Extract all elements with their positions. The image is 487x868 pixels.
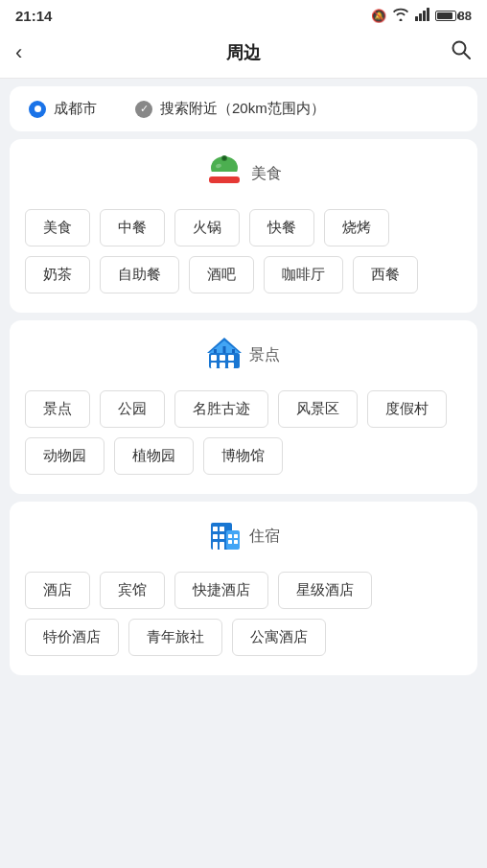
tag-scenic-5[interactable]: 动物园 [25,437,104,475]
tag-scenic-0[interactable]: 景点 [25,390,90,428]
check-icon: ✓ [135,101,152,118]
city-location[interactable]: 成都市 [29,100,97,118]
svg-rect-23 [232,349,235,353]
scenic-icon [207,336,242,375]
nearby-label: 搜索附近（20km范围内） [160,100,325,118]
silent-icon: 🔕 [371,9,386,23]
section-scenic: 景点景点公园名胜古迹风景区度假村动物园植物园博物馆 [10,320,477,494]
tag-food-7[interactable]: 酒吧 [189,256,254,293]
food-icon [205,154,244,194]
location-bar: 成都市 ✓ 搜索附近（20km范围内） [10,86,477,131]
tags-grid-scenic: 景点公园名胜古迹风景区度假村动物园植物园博物馆 [25,390,462,475]
tag-food-8[interactable]: 咖啡厅 [264,256,343,293]
svg-rect-16 [211,363,217,368]
tag-scenic-1[interactable]: 公园 [100,390,165,428]
nearby-filter[interactable]: ✓ 搜索附近（20km范围内） [135,100,325,118]
tag-scenic-2[interactable]: 名胜古迹 [174,390,268,428]
tag-food-5[interactable]: 奶茶 [25,256,90,293]
search-button[interactable] [433,39,472,66]
tag-food-3[interactable]: 快餐 [249,209,314,246]
back-button[interactable]: ‹ [15,40,54,65]
tag-food-2[interactable]: 火锅 [174,209,240,246]
svg-rect-0 [415,16,418,21]
tag-hotel-2[interactable]: 快捷酒店 [174,572,268,609]
status-time: 21:14 [15,8,52,24]
svg-rect-28 [220,534,224,539]
hotel-icon [207,517,242,556]
section-title-hotel: 住宿 [249,527,280,547]
status-bar: 21:14 🔕 88 [0,0,487,30]
svg-rect-26 [220,527,224,531]
tag-scenic-7[interactable]: 博物馆 [203,437,283,475]
section-header-food: 美食 [25,154,462,194]
section-title-scenic: 景点 [249,345,280,365]
location-pin-icon [29,101,46,118]
svg-rect-29 [213,542,218,550]
svg-line-5 [464,53,470,59]
svg-rect-34 [228,540,232,544]
svg-rect-15 [228,355,234,361]
signal-icon [415,8,429,24]
svg-rect-1 [419,13,422,21]
svg-rect-8 [209,176,240,183]
tag-hotel-1[interactable]: 宾馆 [100,572,165,609]
page-title: 周边 [226,41,261,64]
svg-rect-2 [423,11,426,21]
svg-rect-33 [234,534,238,538]
tag-food-4[interactable]: 烧烤 [324,209,389,246]
tag-scenic-6[interactable]: 植物园 [114,437,194,475]
tag-hotel-5[interactable]: 青年旅社 [128,619,222,656]
tag-food-0[interactable]: 美食 [25,209,90,246]
svg-rect-21 [214,349,217,353]
svg-rect-22 [223,346,226,353]
wifi-icon [392,8,409,24]
svg-rect-14 [220,355,225,361]
tag-hotel-3[interactable]: 星级酒店 [278,572,372,609]
svg-rect-32 [228,534,232,538]
section-food: 美食美食中餐火锅快餐烧烤奶茶自助餐酒吧咖啡厅西餐 [10,139,477,313]
battery-indicator: 88 [435,9,472,23]
tag-food-9[interactable]: 西餐 [353,256,418,293]
tags-grid-hotel: 酒店宾馆快捷酒店星级酒店特价酒店青年旅社公寓酒店 [25,572,462,656]
svg-rect-31 [226,530,240,550]
status-icons: 🔕 88 [371,8,472,24]
tag-food-1[interactable]: 中餐 [100,209,165,246]
svg-rect-7 [211,172,238,176]
tag-scenic-4[interactable]: 度假村 [367,390,447,428]
nav-bar: ‹ 周边 [0,30,487,79]
svg-rect-18 [228,363,234,368]
svg-rect-25 [213,527,218,531]
svg-rect-3 [427,8,429,21]
tag-food-6[interactable]: 自助餐 [100,256,179,293]
svg-rect-17 [220,363,225,368]
tag-hotel-4[interactable]: 特价酒店 [25,619,119,656]
svg-rect-35 [234,540,238,544]
tag-hotel-0[interactable]: 酒店 [25,572,90,609]
section-hotel: 住宿酒店宾馆快捷酒店星级酒店特价酒店青年旅社公寓酒店 [10,502,477,675]
section-header-scenic: 景点 [25,336,462,375]
section-title-food: 美食 [251,164,282,184]
svg-rect-30 [220,542,224,550]
svg-point-10 [222,156,226,160]
svg-rect-13 [211,355,217,361]
city-name: 成都市 [54,100,97,118]
section-header-hotel: 住宿 [25,517,462,556]
svg-rect-27 [213,534,218,539]
tag-hotel-6[interactable]: 公寓酒店 [232,619,326,656]
tag-scenic-3[interactable]: 风景区 [278,390,358,428]
tags-grid-food: 美食中餐火锅快餐烧烤奶茶自助餐酒吧咖啡厅西餐 [25,209,462,293]
